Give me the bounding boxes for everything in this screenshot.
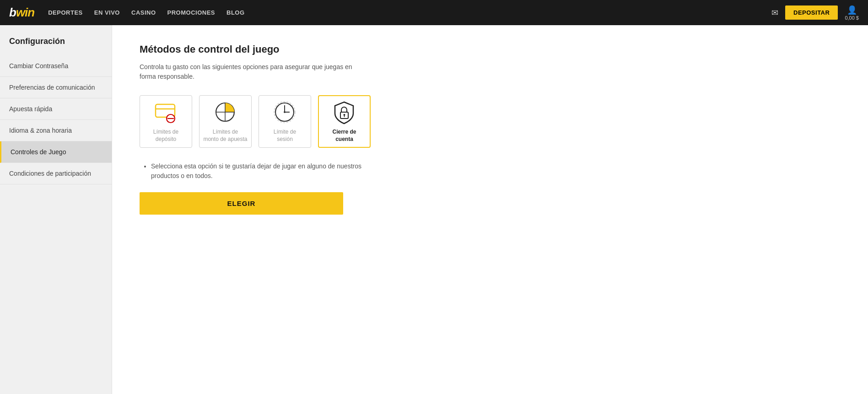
card-cierre-cuenta-label: Cierre decuenta <box>332 129 356 143</box>
card-limites-monto-label: Límites demonto de apuesta <box>203 129 247 143</box>
sidebar-item-idioma-zona[interactable]: Idioma & zona horaria <box>0 120 112 141</box>
deposito-icon <box>153 100 178 125</box>
sidebar-item-cambiar-contrasena[interactable]: Cambiar Contraseña <box>0 55 112 77</box>
card-cierre-cuenta[interactable]: Cierre decuenta <box>318 95 371 148</box>
sidebar-item-condiciones[interactable]: Condiciones de participación <box>0 163 112 184</box>
sidebar-item-controles-juego[interactable]: Controles de Juego <box>0 141 112 163</box>
main-content: Métodos de control del juego Controla tu… <box>112 25 868 394</box>
nav-casino[interactable]: CASINO <box>131 9 156 16</box>
card-limite-sesion[interactable]: Límite desesión <box>259 95 311 148</box>
sidebar-title: Configuración <box>0 37 112 55</box>
nav-blog[interactable]: BLOG <box>226 9 245 16</box>
cierre-icon <box>332 100 357 125</box>
sidebar: Configuración Cambiar Contraseña Prefere… <box>0 25 112 394</box>
nav-en-vivo[interactable]: EN VIVO <box>94 9 120 16</box>
sesion-icon <box>272 100 297 125</box>
bullet-item: Selecciona esta opción si te gustaría de… <box>151 162 368 181</box>
nav-deportes[interactable]: DEPORTES <box>48 9 83 16</box>
header-right: ✉ DEPOSITAR 👤 0,00 $ <box>771 5 859 21</box>
nav-promociones[interactable]: PROMOCIONES <box>167 9 215 16</box>
bullet-list: Selecciona esta opción si te gustaría de… <box>140 162 368 181</box>
main-layout: Configuración Cambiar Contraseña Prefere… <box>0 25 868 394</box>
page-title: Métodos de control del juego <box>140 43 841 55</box>
elegir-button[interactable]: ELEGIR <box>140 192 343 215</box>
mail-icon[interactable]: ✉ <box>771 8 778 18</box>
main-nav: DEPORTES EN VIVO CASINO PROMOCIONES BLOG <box>48 9 771 16</box>
user-icon: 👤 <box>847 5 857 15</box>
monto-icon <box>213 100 238 125</box>
balance-amount: 0,00 $ <box>845 15 859 21</box>
section-description: Controla tu gasto con las siguientes opc… <box>140 62 368 81</box>
svg-point-15 <box>344 114 345 116</box>
card-limite-sesion-label: Límite desesión <box>274 129 296 143</box>
sidebar-item-preferencias[interactable]: Preferencias de comunicación <box>0 77 112 98</box>
svg-point-13 <box>284 111 286 113</box>
user-balance[interactable]: 👤 0,00 $ <box>845 5 859 21</box>
sidebar-item-apuesta-rapida[interactable]: Apuesta rápida <box>0 98 112 120</box>
logo[interactable]: bwin <box>9 5 34 20</box>
card-limites-deposito[interactable]: Límites dedepósito <box>140 95 192 148</box>
control-cards: Límites dedepósito <box>140 95 841 148</box>
header: bwin DEPORTES EN VIVO CASINO PROMOCIONES… <box>0 0 868 25</box>
depositar-button[interactable]: DEPOSITAR <box>785 5 838 20</box>
card-limites-monto[interactable]: Límites demonto de apuesta <box>199 95 252 148</box>
card-limites-deposito-label: Límites dedepósito <box>153 129 178 143</box>
